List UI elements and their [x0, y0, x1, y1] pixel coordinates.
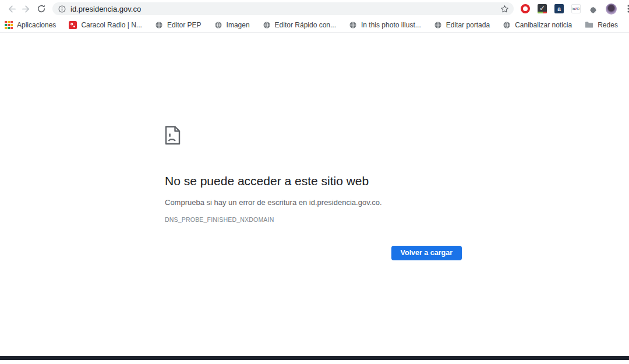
bookmark-star-icon[interactable] — [500, 5, 509, 13]
bookmark-caracol-radio[interactable]: Caracol Radio | N... — [69, 21, 142, 29]
globe-icon — [503, 21, 511, 29]
error-actions: Volver a cargar — [165, 246, 462, 260]
bookmark-imagen[interactable]: Imagen — [214, 21, 250, 29]
globe-icon — [349, 21, 357, 29]
extensions-area: ✓ a InVID — [521, 3, 629, 15]
error-container: No se puede acceder a este sitio web Com… — [165, 126, 462, 260]
bookmarks-bar: Aplicaciones Caracol Radio | N... Editor… — [0, 17, 629, 33]
bookmark-editor-rapido[interactable]: Editor Rápido con... — [263, 21, 336, 29]
bottom-taskbar-edge — [0, 356, 629, 360]
forward-button[interactable] — [19, 1, 34, 16]
address-bar[interactable]: id.presidencia.gov.co — [52, 2, 514, 15]
puzzle-extensions-icon[interactable] — [588, 4, 598, 14]
bookmark-canibalizar-noticia[interactable]: Canibalizar noticia — [503, 21, 572, 29]
error-title: No se puede acceder a este sitio web — [165, 174, 462, 188]
a-letter-extension-icon[interactable]: a — [554, 4, 564, 13]
profile-avatar[interactable] — [606, 3, 617, 15]
reload-button[interactable] — [34, 1, 49, 16]
reload-page-button[interactable]: Volver a cargar — [391, 246, 462, 260]
menu-dots-icon[interactable] — [624, 4, 629, 13]
url-text: id.presidencia.gov.co — [70, 5, 500, 13]
checkmark-extension-icon[interactable]: ✓ — [538, 4, 547, 13]
error-code: DNS_PROBE_FINISHED_NXDOMAIN — [165, 216, 462, 223]
globe-icon — [434, 21, 442, 29]
invid-extension-icon[interactable]: InVID — [571, 4, 581, 13]
reload-icon — [37, 4, 46, 13]
globe-icon — [155, 21, 163, 29]
bookmark-in-this-photo[interactable]: In this photo illust... — [349, 21, 421, 29]
bookmark-folder-redes[interactable]: Redes — [585, 21, 618, 29]
caracol-icon — [69, 21, 77, 29]
apps-grid-icon — [5, 21, 13, 29]
folder-icon — [585, 21, 593, 29]
bookmark-editor-pep[interactable]: Editor PEP — [155, 21, 202, 29]
red-ring-extension-icon[interactable] — [521, 4, 530, 13]
back-button[interactable] — [3, 1, 19, 16]
page-content: No se puede acceder a este sitio web Com… — [0, 33, 629, 360]
globe-icon — [214, 21, 222, 29]
globe-icon — [263, 21, 271, 29]
forward-arrow-icon — [22, 4, 31, 14]
error-message: Comprueba si hay un error de escritura e… — [165, 198, 462, 207]
browser-toolbar: id.presidencia.gov.co ✓ a InVID — [0, 0, 629, 17]
back-arrow-icon — [6, 4, 16, 14]
info-icon[interactable] — [58, 5, 66, 13]
bookmark-editar-portada[interactable]: Editar portada — [434, 21, 490, 29]
sad-page-icon — [165, 126, 181, 145]
bookmark-apps[interactable]: Aplicaciones — [5, 21, 56, 29]
